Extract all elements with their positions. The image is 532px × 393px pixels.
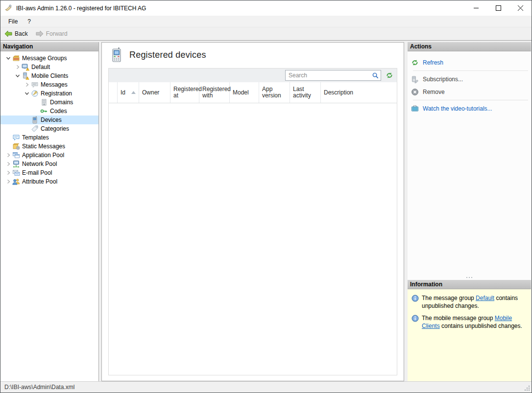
column-header-description[interactable]: Description <box>321 82 397 103</box>
menu-file[interactable]: File <box>0 16 23 27</box>
tree-item-devices[interactable]: Devices <box>0 116 98 124</box>
tree-item-domains[interactable]: Domains <box>0 98 98 107</box>
column-header-last-activity[interactable]: Last activity <box>290 82 321 103</box>
right-splitter[interactable] <box>405 42 407 381</box>
actions-list: Refresh Subscriptions... Remove Watch th… <box>408 51 531 116</box>
attribute-pool-icon <box>12 178 20 185</box>
forward-arrow-icon <box>36 30 44 38</box>
registered-devices-icon <box>111 47 122 63</box>
chevron-collapsed-icon[interactable] <box>4 151 12 159</box>
maximize-button[interactable] <box>487 0 509 16</box>
column-header-app-version[interactable]: App version <box>259 82 290 103</box>
tree-item-templates[interactable]: Templates <box>0 133 98 142</box>
action-subscriptions[interactable]: Subscriptions... <box>411 74 531 84</box>
column-header-rowselector[interactable] <box>109 82 118 103</box>
action-remove[interactable]: Remove <box>411 87 531 96</box>
information-panel: Information The message group Default co… <box>408 280 531 381</box>
action-watch-tutorials[interactable]: Watch the video-tutorials... <box>411 104 531 113</box>
tree-item-application-pool[interactable]: Application Pool <box>0 151 98 160</box>
chevron-expanded-icon[interactable] <box>13 72 22 80</box>
refresh-icon <box>411 59 419 67</box>
monitor-warning-icon <box>22 63 29 71</box>
network-pool-icon <box>12 160 20 168</box>
actions-divider <box>413 70 528 71</box>
page-title-block: Registered devices <box>111 47 206 63</box>
refresh-list-button[interactable] <box>385 71 394 80</box>
main-panel: Registered devices Id <box>101 42 404 381</box>
back-button[interactable]: Back <box>0 27 32 40</box>
tree-item-default[interactable]: Default <box>0 63 98 71</box>
chevron-collapsed-icon[interactable] <box>13 63 22 71</box>
column-header-registered-at[interactable]: Registered at <box>170 82 199 103</box>
phone-warning-icon <box>22 72 29 80</box>
template-bubble-icon <box>12 134 20 141</box>
tree-item-network-pool[interactable]: Network Pool <box>0 160 98 168</box>
window-title: IBI-aws Admin 1.26.0 - registered for IB… <box>16 5 146 12</box>
tree-item-messages[interactable]: Messages <box>0 80 98 89</box>
application-pool-icon <box>12 151 20 159</box>
refresh-icon <box>386 71 393 79</box>
app-window: IBI-aws Admin 1.26.0 - registered for IB… <box>0 0 532 393</box>
nav-toolbar: Back Forward <box>0 27 532 41</box>
chevron-collapsed-icon[interactable] <box>4 178 12 185</box>
list-toolbar <box>109 69 397 82</box>
navigation-tree: Message Groups Default Mobile Clients Me… <box>0 51 98 186</box>
sort-asc-icon <box>131 91 136 94</box>
chevron-collapsed-icon[interactable] <box>4 160 12 168</box>
column-header-model[interactable]: Model <box>230 82 259 103</box>
default-group-link[interactable]: Default <box>476 295 494 301</box>
actions-panel-spacer <box>408 116 531 275</box>
tag-icon <box>31 125 39 133</box>
column-header-owner[interactable]: Owner <box>139 82 170 103</box>
tree-item-codes[interactable]: Codes <box>0 107 98 116</box>
tree-item-mobile-clients[interactable]: Mobile Clients <box>0 71 98 80</box>
right-panel: Actions Refresh Subscriptions... Remove <box>408 42 531 381</box>
page-title: Registered devices <box>129 50 206 60</box>
static-messages-icon <box>12 142 20 150</box>
chevron-collapsed-icon[interactable] <box>4 169 12 177</box>
tree-item-message-groups[interactable]: Message Groups <box>0 54 98 63</box>
tv-icon <box>411 105 419 113</box>
column-header-id[interactable]: Id <box>118 82 139 103</box>
data-file-path: D:\IBI-aws\Admin\Data.xml <box>4 384 74 391</box>
minimize-button[interactable] <box>465 0 487 16</box>
tree-item-email-pool[interactable]: E-mail Pool <box>0 168 98 177</box>
tree-item-attribute-pool[interactable]: Attribute Pool <box>0 177 98 186</box>
workspace: Navigation Message Groups Default Mobile… <box>0 41 532 382</box>
registration-icon <box>31 90 39 97</box>
chevron-expanded-icon[interactable] <box>4 54 12 62</box>
search-box <box>285 70 381 81</box>
search-icon[interactable] <box>372 72 381 79</box>
tree-item-registration[interactable]: Registration <box>0 89 98 98</box>
menu-bar: File ? <box>0 16 532 27</box>
tree-item-static-messages[interactable]: Static Messages <box>0 142 98 151</box>
building-icon <box>40 98 48 106</box>
resize-grip[interactable] <box>524 385 531 392</box>
column-header-registered-with[interactable]: Registered with <box>199 82 230 103</box>
email-pool-icon <box>12 169 20 177</box>
actions-header: Actions <box>408 42 531 51</box>
information-body: The message group Default contains unpub… <box>408 289 531 381</box>
back-arrow-icon <box>4 30 12 38</box>
forward-button[interactable]: Forward <box>32 27 72 40</box>
close-icon <box>518 5 523 11</box>
table-header: Id Owner Registered at Registered with M… <box>109 82 397 103</box>
device-icon <box>31 116 39 124</box>
remove-icon <box>411 88 419 96</box>
menu-help[interactable]: ? <box>23 16 36 27</box>
panel-splitter-handle[interactable] <box>408 275 531 280</box>
navigation-panel: Navigation Message Groups Default Mobile… <box>0 42 99 381</box>
search-input[interactable] <box>286 72 372 79</box>
tree-item-categories[interactable]: Categories <box>0 124 98 133</box>
minimize-icon <box>474 5 479 11</box>
status-bar: D:\IBI-aws\Admin\Data.xml <box>0 381 532 393</box>
key-icon <box>40 107 48 115</box>
action-refresh[interactable]: Refresh <box>411 58 531 67</box>
title-bar: IBI-aws Admin 1.26.0 - registered for IB… <box>0 0 532 16</box>
chevron-expanded-icon[interactable] <box>23 90 31 97</box>
actions-divider <box>413 100 528 100</box>
info-icon <box>411 295 419 310</box>
close-button[interactable] <box>509 0 532 16</box>
app-icon <box>4 4 13 12</box>
chevron-collapsed-icon[interactable] <box>23 81 31 89</box>
